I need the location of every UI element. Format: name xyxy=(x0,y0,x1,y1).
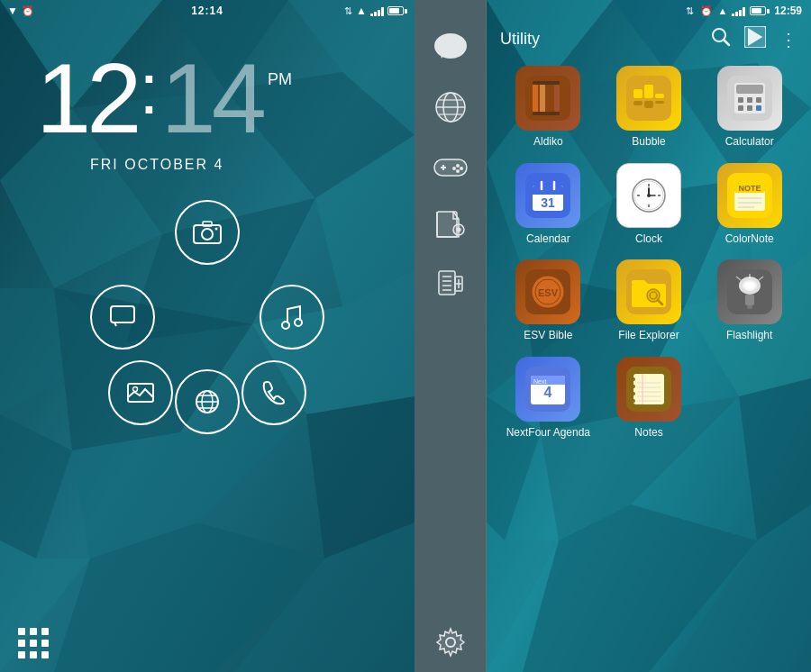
more-options-icon[interactable]: ⋮ xyxy=(779,29,797,50)
svg-rect-102 xyxy=(756,105,761,111)
svg-point-139 xyxy=(745,282,754,289)
status-bar-left: ▼ ⏰ 12:14 ⇅ ▲ xyxy=(0,0,415,22)
app-label-bubble: Bubble xyxy=(632,135,665,150)
svg-rect-106 xyxy=(533,191,563,195)
svg-point-161 xyxy=(632,392,635,395)
svg-rect-96 xyxy=(736,85,763,94)
app-clock[interactable]: Clock xyxy=(601,163,697,247)
clock-time: 12 : 14 PM xyxy=(36,49,415,148)
svg-point-25 xyxy=(295,319,302,326)
status-time-right: 12:59 xyxy=(774,5,802,17)
svg-point-20 xyxy=(202,229,213,240)
app-flashlight[interactable]: Flashlight xyxy=(701,259,797,343)
app-icon-bubble xyxy=(616,66,681,131)
svg-rect-92 xyxy=(644,101,653,108)
status-icons-right: ⇅ ▲ xyxy=(344,5,407,17)
svg-rect-90 xyxy=(655,94,664,98)
svg-point-159 xyxy=(632,377,635,381)
svg-line-78 xyxy=(724,40,729,45)
svg-rect-85 xyxy=(533,81,560,85)
dot-9 xyxy=(41,651,49,658)
app-colornote[interactable]: NOTE ColorNote xyxy=(701,163,797,247)
svg-point-162 xyxy=(632,399,635,403)
message-icon[interactable] xyxy=(90,285,155,350)
svg-rect-86 xyxy=(533,112,560,115)
sidebar-calculator-icon[interactable] xyxy=(430,265,471,306)
app-fileexplorer[interactable]: File Explorer xyxy=(601,259,697,343)
svg-rect-84 xyxy=(554,85,560,112)
svg-rect-82 xyxy=(540,83,545,114)
app-icon-notes xyxy=(616,357,681,422)
dot-7 xyxy=(18,651,25,658)
app-icon-clock xyxy=(616,163,681,228)
svg-rect-141 xyxy=(747,305,752,309)
app-label-calculator: Calculator xyxy=(725,135,774,150)
globe-icon[interactable] xyxy=(175,369,240,434)
alarm-icon-right: ⏰ xyxy=(700,5,713,17)
search-icon[interactable] xyxy=(711,27,731,51)
app-icon-esv: ESV xyxy=(515,259,580,324)
svg-rect-99 xyxy=(756,97,761,103)
app-drawer-dots[interactable] xyxy=(18,628,49,658)
app-label-clock: Clock xyxy=(635,232,662,247)
sidebar-media-icon[interactable] xyxy=(430,205,471,247)
camera-icon[interactable] xyxy=(175,200,240,265)
svg-rect-91 xyxy=(633,101,642,105)
svg-rect-88 xyxy=(633,89,642,98)
signal-bars-right xyxy=(732,5,745,16)
svg-point-33 xyxy=(434,33,467,59)
app-label-nextfour: NextFour Agenda xyxy=(506,426,590,440)
battery-left xyxy=(387,6,407,15)
svg-point-22 xyxy=(215,228,218,231)
svg-text:31: 31 xyxy=(542,195,556,210)
alarm-icon: ⏰ xyxy=(22,5,34,17)
svg-point-42 xyxy=(456,164,460,168)
app-bubble[interactable]: Bubble xyxy=(601,66,697,150)
app-icon-calculator xyxy=(717,66,782,131)
svg-rect-23 xyxy=(111,306,134,322)
svg-rect-81 xyxy=(533,83,538,114)
sidebar-settings-icon[interactable] xyxy=(430,622,471,663)
svg-rect-101 xyxy=(747,105,752,111)
phone-icon[interactable] xyxy=(241,360,306,425)
clock-minute: 14 xyxy=(161,49,262,148)
app-esv[interactable]: ESV ESV Bible xyxy=(500,259,597,343)
app-label-esv: ESV Bible xyxy=(524,329,572,343)
svg-rect-98 xyxy=(747,97,752,103)
app-aldiko[interactable]: Aldiko xyxy=(500,66,597,150)
photo-icon[interactable] xyxy=(108,360,173,425)
play-store-icon[interactable] xyxy=(744,26,766,52)
clock-hour: 12 xyxy=(36,49,137,148)
svg-text:4: 4 xyxy=(544,385,552,400)
clock-colon: : xyxy=(139,53,159,125)
app-label-fileexplorer: File Explorer xyxy=(618,329,679,343)
notification-icon: ▼ xyxy=(7,5,18,17)
lock-screen: ▼ ⏰ 12:14 ⇅ ▲ 12 : 14 PM FRI OCTO xyxy=(0,0,415,672)
dot-3 xyxy=(41,628,49,635)
sidebar xyxy=(415,0,487,672)
drawer-title: Utility xyxy=(500,30,702,49)
app-label-calendar: Calendar xyxy=(526,232,570,247)
sidebar-gamepad-icon[interactable] xyxy=(430,146,471,187)
usb-icon-right: ⇅ xyxy=(686,5,694,17)
app-calculator[interactable]: Calculator xyxy=(701,66,797,150)
music-icon[interactable] xyxy=(260,285,324,350)
sidebar-chat-icon[interactable] xyxy=(430,27,471,68)
svg-rect-83 xyxy=(547,83,552,114)
svg-text:NOTE: NOTE xyxy=(738,184,761,193)
sidebar-globe-icon[interactable] xyxy=(430,86,471,128)
dot-2 xyxy=(30,628,37,635)
signal-bars-left xyxy=(370,5,384,16)
app-grid: Aldiko Bubble xyxy=(487,57,811,449)
status-icons-left: ▼ ⏰ xyxy=(7,5,34,17)
dot-8 xyxy=(30,651,37,658)
dot-1 xyxy=(18,628,25,635)
usb-icon: ⇅ xyxy=(344,5,352,17)
app-label-colornote: ColorNote xyxy=(725,232,774,247)
app-calendar[interactable]: 31 Calendar xyxy=(500,163,597,247)
svg-text:Next: Next xyxy=(533,378,546,385)
wifi-icon-left: ▲ xyxy=(356,5,367,17)
app-nextfour[interactable]: Next 4 NextFour Agenda xyxy=(500,357,597,440)
status-time-left: 12:14 xyxy=(191,5,223,17)
app-notes[interactable]: Notes xyxy=(601,357,697,440)
